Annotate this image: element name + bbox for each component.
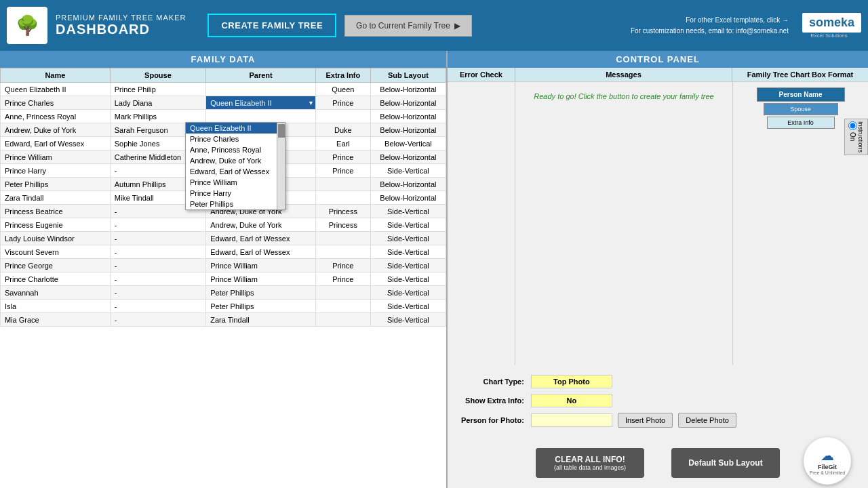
cell-spouse[interactable]: Mark Phillips <box>110 110 206 123</box>
dropdown-item-0[interactable]: Queen Elizabeth II <box>186 123 285 134</box>
cell-extra[interactable]: Prince <box>315 259 370 272</box>
cell-extra[interactable] <box>315 286 370 300</box>
cell-sub[interactable]: Below-Horizontal <box>370 83 446 96</box>
dropdown-scrollbar[interactable] <box>277 123 285 209</box>
cell-name[interactable]: Prince Charles <box>1 96 111 110</box>
cell-extra[interactable] <box>315 232 370 245</box>
insert-photo-button[interactable]: Insert Photo <box>618 413 673 428</box>
cell-name[interactable]: Isla <box>1 300 111 313</box>
cell-extra[interactable] <box>315 110 370 123</box>
cell-sub[interactable]: Side-Vertical <box>370 272 446 286</box>
cell-parent[interactable] <box>206 110 316 123</box>
cell-parent[interactable]: Edward, Earl of Wessex <box>206 245 316 259</box>
cell-extra[interactable]: Prince <box>315 164 370 178</box>
cell-sub[interactable]: Below-Horizontal <box>370 123 446 137</box>
cell-sub[interactable]: Side-Vertical <box>370 313 446 327</box>
cell-sub[interactable]: Side-Vertical <box>370 218 446 232</box>
cell-parent[interactable]: Peter Phillips <box>206 286 316 300</box>
cell-spouse[interactable]: - <box>110 272 206 286</box>
cell-spouse[interactable]: - <box>110 232 206 245</box>
cell-extra[interactable] <box>315 178 370 191</box>
cell-name[interactable]: Peter Phillips <box>1 178 111 191</box>
cell-sub[interactable]: Side-Vertical <box>370 245 446 259</box>
cell-spouse[interactable]: - <box>110 259 206 272</box>
cell-name[interactable]: Viscount Severn <box>1 245 111 259</box>
parent-dropdown[interactable]: Queen Elizabeth II Prince Charles Anne, … <box>185 122 285 210</box>
cell-sub[interactable]: Side-Vertical <box>370 286 446 300</box>
cell-parent[interactable]: Peter Phillips <box>206 300 316 313</box>
cell-parent[interactable]: Prince William <box>206 259 316 272</box>
default-sub-layout-button[interactable]: Default Sub Layout <box>671 448 780 478</box>
cell-name[interactable]: Anne, Princess Royal <box>1 110 111 123</box>
cell-extra[interactable]: Princess <box>315 205 370 218</box>
goto-current-tree-button[interactable]: Go to Current Family Tree ▶ <box>344 15 472 37</box>
cell-extra[interactable]: Prince <box>315 96 370 110</box>
cell-name[interactable]: Prince William <box>1 150 111 164</box>
cell-name[interactable]: Prince George <box>1 259 111 272</box>
cell-extra[interactable] <box>315 191 370 205</box>
cell-name[interactable]: Lady Louise Windsor <box>1 232 111 245</box>
cell-extra[interactable]: Duke <box>315 123 370 137</box>
cell-parent[interactable]: Edward, Earl of Wessex <box>206 232 316 245</box>
cell-spouse[interactable]: - <box>110 286 206 300</box>
dropdown-item-3[interactable]: Andrew, Duke of York <box>186 155 285 166</box>
dropdown-item-4[interactable]: Edward, Earl of Wessex <box>186 166 285 177</box>
cell-name[interactable]: Princess Eugenie <box>1 218 111 232</box>
cell-parent[interactable]: Andrew, Duke of York <box>206 218 316 232</box>
cell-sub[interactable]: Side-Vertical <box>370 300 446 313</box>
cell-name[interactable]: Princess Beatrice <box>1 205 111 218</box>
instructions-tab[interactable]: Instructions On <box>844 119 868 155</box>
cell-spouse[interactable]: - <box>110 218 206 232</box>
on-radio-input[interactable] <box>848 121 857 130</box>
cell-extra[interactable]: Princess <box>315 218 370 232</box>
cell-sub[interactable]: Below-Horizontal <box>370 191 446 205</box>
cell-sub[interactable]: Side-Vertical <box>370 164 446 178</box>
person-photo-input[interactable] <box>531 413 612 427</box>
cell-name[interactable]: Mia Grace <box>1 313 111 327</box>
cell-extra[interactable] <box>315 245 370 259</box>
cell-parent[interactable]: Prince William <box>206 272 316 286</box>
cell-sub[interactable]: Side-Vertical <box>370 259 446 272</box>
cell-extra[interactable]: Queen <box>315 83 370 96</box>
extra-info-value[interactable]: No <box>531 394 612 407</box>
cell-parent[interactable]: Zara Tindall <box>206 313 316 327</box>
dropdown-scroll-thumb[interactable] <box>278 124 285 138</box>
dropdown-item-7[interactable]: Peter Phillips <box>186 199 285 209</box>
cell-name[interactable]: Prince Charlotte <box>1 272 111 286</box>
cell-spouse[interactable]: - <box>110 300 206 313</box>
cell-name[interactable]: Andrew, Duke of York <box>1 123 111 137</box>
cell-spouse[interactable]: Prince Philip <box>110 83 206 96</box>
cell-name[interactable]: Prince Harry <box>1 164 111 178</box>
dropdown-item-2[interactable]: Anne, Princess Royal <box>186 144 285 155</box>
cell-name[interactable]: Queen Elizabeth II <box>1 83 111 96</box>
cell-sub[interactable]: Below-Vertical <box>370 137 446 150</box>
cell-sub[interactable]: Below-Horizontal <box>370 110 446 123</box>
cell-extra[interactable] <box>315 313 370 327</box>
cell-name[interactable]: Savannah <box>1 286 111 300</box>
cell-extra[interactable]: Prince <box>315 272 370 286</box>
on-radio[interactable]: On <box>848 121 857 152</box>
dropdown-item-6[interactable]: Prince Harry <box>186 188 285 199</box>
cell-extra[interactable]: Earl <box>315 137 370 150</box>
cell-spouse[interactable]: - <box>110 313 206 327</box>
cell-sub[interactable]: Below-Horizontal <box>370 96 446 110</box>
table-container[interactable]: Name Spouse Parent Extra Info Sub Layout… <box>0 68 446 488</box>
cell-parent[interactable] <box>206 83 316 96</box>
dropdown-arrow-icon[interactable]: ▼ <box>308 100 314 106</box>
cell-sub[interactable]: Side-Vertical <box>370 232 446 245</box>
cell-sub[interactable]: Below-Horizontal <box>370 150 446 164</box>
cell-spouse[interactable]: Lady Diana <box>110 96 206 110</box>
dropdown-item-5[interactable]: Prince William <box>186 177 285 188</box>
cell-parent[interactable]: Queen Elizabeth II▼ <box>206 96 316 110</box>
cell-extra[interactable] <box>315 300 370 313</box>
cell-spouse[interactable]: - <box>110 245 206 259</box>
cell-name[interactable]: Edward, Earl of Wessex <box>1 137 111 150</box>
clear-all-button[interactable]: CLEAR ALL INFO! (all table data and imag… <box>536 448 644 478</box>
create-family-tree-button[interactable]: CREATE FAMILY TREE <box>208 14 336 37</box>
cell-extra[interactable]: Prince <box>315 150 370 164</box>
dropdown-item-1[interactable]: Prince Charles <box>186 134 285 144</box>
cell-sub[interactable]: Side-Vertical <box>370 205 446 218</box>
cell-name[interactable]: Zara Tindall <box>1 191 111 205</box>
chart-type-value[interactable]: Top Photo <box>531 375 612 388</box>
delete-photo-button[interactable]: Delete Photo <box>678 413 736 428</box>
